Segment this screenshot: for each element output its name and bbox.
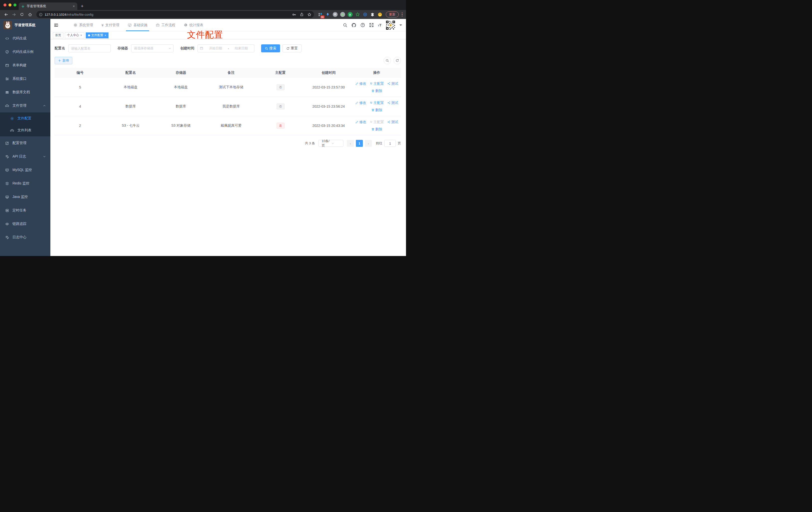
extensions-puzzle-icon[interactable]: [369, 11, 376, 18]
sidebar-logo[interactable]: 芋道管理系统: [0, 19, 50, 31]
master-config-link[interactable]: 主配置: [370, 82, 384, 86]
share-icon[interactable]: [300, 12, 304, 17]
cell-id: 5: [55, 85, 106, 89]
avatar[interactable]: [385, 20, 396, 30]
delete-link[interactable]: 删除: [371, 127, 382, 131]
font-size-icon[interactable]: тT: [378, 23, 382, 27]
toggle-search-button[interactable]: [383, 57, 391, 64]
delete-link[interactable]: 删除: [371, 108, 382, 113]
test-link[interactable]: 测试: [387, 120, 398, 124]
password-key-icon[interactable]: [292, 12, 296, 17]
sidebar-item-java-monitor[interactable]: Java 监控: [0, 190, 50, 204]
shield-check-icon: [5, 50, 9, 54]
browser-tab[interactable]: 芋道管理系统 ×: [19, 2, 77, 10]
reset-button[interactable]: 重置: [283, 44, 301, 52]
storage-select[interactable]: 请选择存储器: [131, 44, 174, 52]
search-button-label: 搜索: [269, 46, 276, 51]
sidebar-item-mysql-monitor[interactable]: MySQL 监控: [0, 163, 50, 177]
help-icon[interactable]: [360, 23, 365, 27]
zoom-window-button[interactable]: [13, 3, 17, 6]
close-icon[interactable]: ×: [80, 34, 82, 37]
sidebar-item-label: 表单构建: [12, 63, 26, 67]
edit-link[interactable]: 修改: [355, 82, 366, 86]
edit-link[interactable]: 修改: [355, 101, 366, 105]
test-link[interactable]: 测试: [387, 101, 398, 105]
goto-label: 前往: [376, 141, 382, 146]
back-icon[interactable]: [2, 11, 9, 18]
delete-label: 删除: [375, 89, 382, 93]
sidebar-collapse-icon[interactable]: [52, 22, 60, 29]
extension-emoji-face-icon[interactable]: [377, 11, 383, 18]
tag-home[interactable]: 首页: [53, 32, 63, 38]
bookmark-star-icon[interactable]: [307, 12, 312, 17]
tag-label: 个人中心: [67, 33, 79, 37]
tag-profile[interactable]: 个人中心×: [65, 32, 84, 38]
logo-avatar: [3, 21, 12, 29]
extension-command-icon[interactable]: ⌘: [332, 11, 339, 18]
page-number-1[interactable]: 1: [356, 140, 363, 147]
tag-file-config[interactable]: 文件配置×: [86, 32, 109, 38]
delete-link[interactable]: 删除: [371, 89, 382, 93]
site-info-icon[interactable]: [39, 13, 42, 17]
extension-grid-diamond-icon[interactable]: 11: [317, 11, 323, 18]
sidebar-item-file-config[interactable]: 文件配置: [0, 113, 50, 124]
github-icon[interactable]: [351, 23, 356, 28]
sidebar-item-config-management[interactable]: 配置管理: [0, 137, 50, 150]
sidebar-item-form-builder[interactable]: 表单构建: [0, 59, 50, 72]
extension-kite-icon[interactable]: [324, 11, 331, 18]
extension-record-dot-icon[interactable]: [340, 11, 346, 18]
extension-green-star-icon[interactable]: [354, 11, 361, 18]
new-tab-button[interactable]: +: [81, 4, 84, 8]
refresh-table-button[interactable]: [394, 57, 401, 64]
test-link[interactable]: 测试: [387, 82, 398, 86]
top-menu-system[interactable]: 系统管理: [69, 19, 97, 31]
page-size-select[interactable]: 10条/页: [318, 140, 343, 147]
master-config-link[interactable]: 主配置: [370, 101, 384, 105]
extension-blue-eye-icon[interactable]: [362, 11, 368, 18]
sidebar-item-redis-monitor[interactable]: Redis 监控: [0, 177, 50, 190]
goto-page-input[interactable]: [384, 140, 396, 147]
sidebar-item-system-api[interactable]: 系统接口: [0, 72, 50, 86]
tab-close-icon[interactable]: ×: [73, 4, 75, 8]
fullscreen-icon[interactable]: [369, 23, 374, 27]
address-bar[interactable]: 127.0.0.1:1024/infra/file/file-config: [36, 11, 314, 18]
gauge-icon: [184, 23, 187, 27]
browser-update-button[interactable]: 更新: [386, 11, 399, 18]
top-menu-infrastructure[interactable]: 基础设施: [123, 19, 152, 31]
browser-menu-icon[interactable]: [402, 12, 403, 17]
create-time-range-picker[interactable]: 开始日期 - 结束日期: [198, 44, 254, 52]
sidebar-item-file-list[interactable]: 文件列表: [0, 124, 50, 137]
top-menu-label: 支付管理: [105, 23, 119, 27]
doc-edit-icon: [5, 235, 9, 239]
sidebar-item-code-generation[interactable]: 代码生成: [0, 32, 50, 45]
next-page-button[interactable]: ›: [365, 140, 372, 147]
edit-link[interactable]: 修改: [355, 120, 366, 124]
file-config-table: 编号 配置名 存储器 备注 主配置 创建时间 操作 5 本地磁盘 本地磁盘 测试…: [55, 68, 401, 135]
config-name-input[interactable]: [68, 44, 111, 52]
search-icon[interactable]: [343, 23, 347, 27]
close-icon[interactable]: ×: [105, 34, 106, 37]
sidebar-item-trace[interactable]: 链路追踪: [0, 217, 50, 231]
sidebar-item-scheduled-tasks[interactable]: 定时任务: [0, 204, 50, 217]
forward-icon[interactable]: [10, 11, 18, 18]
sidebar-item-log-center[interactable]: 日志中心: [0, 231, 50, 244]
top-menu-workflow[interactable]: 工作流程: [152, 19, 179, 31]
column-header-actions: 操作: [352, 70, 401, 75]
add-button[interactable]: 新增: [55, 57, 72, 64]
chevron-down-icon: [331, 142, 341, 145]
reload-icon[interactable]: [19, 11, 25, 18]
sidebar-item-code-gen-example[interactable]: 代码生成示例: [0, 45, 50, 59]
minimize-window-button[interactable]: [8, 3, 11, 6]
prev-page-button[interactable]: ‹: [347, 140, 354, 147]
avatar-caret-icon[interactable]: [400, 24, 402, 26]
close-window-button[interactable]: [3, 3, 6, 6]
top-menu-payment[interactable]: ¥ 支付管理: [97, 19, 123, 31]
sidebar-item-file-management[interactable]: 文件管理: [0, 99, 50, 113]
search-button[interactable]: 搜索: [261, 44, 280, 52]
home-icon[interactable]: [26, 11, 33, 18]
gear-icon: [10, 116, 14, 120]
sidebar-item-api-log[interactable]: API 日志: [0, 150, 50, 163]
doc-edit-icon: [5, 155, 9, 158]
extension-y-circle-icon[interactable]: y: [347, 11, 353, 18]
sidebar-item-db-doc[interactable]: 数据库文档: [0, 86, 50, 99]
